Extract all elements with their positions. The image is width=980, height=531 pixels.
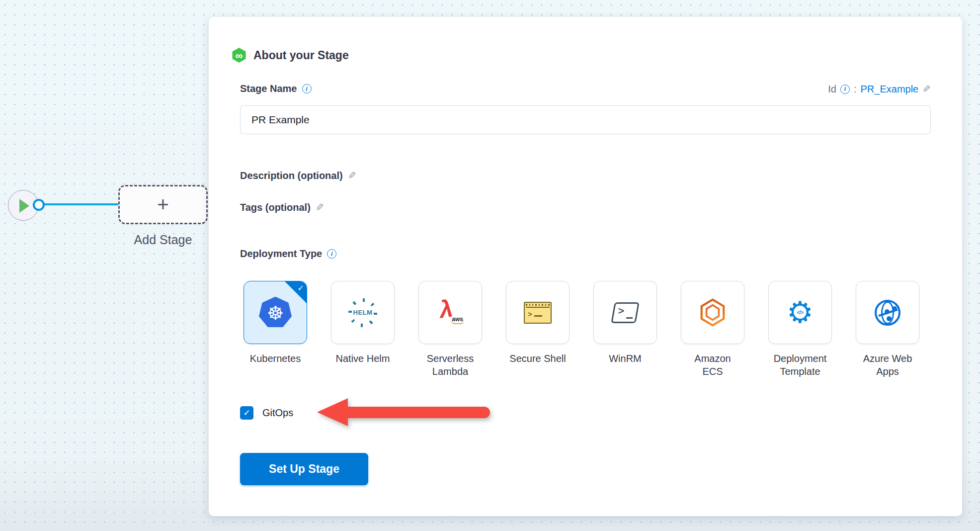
card-label: Azure Web Apps	[858, 352, 917, 378]
deployment-option-secure-shell: > Secure Shell	[494, 281, 581, 378]
powershell-icon: >	[611, 302, 639, 323]
id-separator: :	[854, 84, 857, 95]
deployment-option-serverless-lambda: λ aws Serverless Lambda	[407, 281, 494, 378]
panel-header: ∞ About your Stage	[232, 48, 349, 63]
info-icon[interactable]: i	[327, 249, 336, 259]
deployment-option-winrm: > WinRM	[581, 281, 669, 378]
deployment-card-secure-shell[interactable]: >	[506, 281, 570, 344]
stage-name-label: Stage Name	[240, 83, 297, 94]
connector-line	[39, 203, 119, 205]
gitops-row: ✓ GitOps	[240, 406, 293, 420]
stage-id-value[interactable]: PR_Example	[861, 84, 919, 95]
info-icon[interactable]: i	[840, 85, 850, 94]
card-label: Secure Shell	[508, 352, 568, 365]
arrow-shaft	[347, 407, 490, 418]
info-icon[interactable]: i	[302, 84, 312, 93]
card-label: Deployment Template	[770, 352, 830, 378]
globe-network-icon	[875, 300, 900, 326]
deployment-card-kubernetes[interactable]: ✓ ☸	[244, 281, 307, 344]
helm-icon: HELM	[348, 298, 377, 327]
deployment-card-deployment-template[interactable]: ⚙ </>	[768, 281, 832, 344]
edit-id-icon[interactable]: ✎	[922, 83, 931, 95]
gear-code-icon: ⚙ </>	[785, 297, 816, 328]
terminal-icon: >	[524, 302, 552, 324]
deployment-card-azure-web-apps[interactable]	[856, 281, 919, 344]
add-stage-button[interactable]: +	[118, 185, 208, 224]
check-icon: ✓	[298, 283, 304, 293]
deployment-card-amazon-ecs[interactable]	[681, 281, 744, 344]
aws-lambda-icon: λ aws	[435, 298, 465, 327]
deployment-option-native-helm: HELM Native Helm	[319, 281, 407, 378]
card-label: Amazon ECS	[683, 352, 742, 378]
deployment-option-azure-web-apps: Azure Web Apps	[844, 281, 931, 378]
deployment-type-label-row: Deployment Type i	[240, 248, 336, 260]
deployment-type-cards: ✓ ☸ Kubernetes HELM Native Helm λ aws	[232, 281, 931, 378]
stage-name-input[interactable]	[240, 105, 931, 134]
gitops-label: GitOps	[262, 407, 293, 419]
deployment-option-deployment-template: ⚙ </> Deployment Template	[756, 281, 844, 378]
set-up-stage-button[interactable]: Set Up Stage	[240, 453, 368, 485]
about-stage-panel: ∞ About your Stage Stage Name i Id i : P…	[209, 17, 962, 516]
connector-port[interactable]	[33, 199, 45, 211]
id-label: Id	[828, 84, 836, 95]
card-label: Native Helm	[333, 352, 393, 365]
edit-tags-icon[interactable]: ✎	[316, 201, 324, 213]
card-label: Kubernetes	[245, 352, 305, 365]
cd-infinity-icon: ∞	[232, 48, 246, 63]
description-label: Description (optional)	[240, 170, 343, 181]
deployment-card-native-helm[interactable]: HELM	[331, 281, 395, 344]
red-arrow-annotation	[317, 398, 490, 426]
plus-icon: +	[157, 193, 168, 216]
check-icon: ✓	[243, 408, 250, 418]
stage-name-label-row: Stage Name i	[240, 83, 312, 94]
add-stage-label: Add Stage	[118, 233, 208, 247]
ecs-hexagon-icon	[698, 298, 727, 328]
card-label: Serverless Lambda	[420, 352, 480, 378]
deployment-option-kubernetes: ✓ ☸ Kubernetes	[232, 281, 319, 378]
deployment-option-amazon-ecs: Amazon ECS	[669, 281, 756, 378]
stage-id-row: Id i : PR_Example ✎	[828, 83, 931, 95]
edit-description-icon[interactable]: ✎	[348, 170, 356, 181]
gitops-checkbox[interactable]: ✓	[240, 406, 253, 420]
deployment-card-winrm[interactable]: >	[593, 281, 657, 344]
page-title: About your Stage	[253, 49, 349, 62]
tags-label: Tags (optional)	[240, 202, 311, 213]
deployment-card-serverless-lambda[interactable]: λ aws	[418, 281, 482, 344]
play-icon	[19, 199, 29, 213]
description-row: Description (optional) ✎	[240, 170, 356, 181]
card-label: WinRM	[595, 352, 655, 365]
deployment-type-label: Deployment Type	[240, 248, 322, 260]
arrow-head	[317, 398, 348, 426]
tags-row: Tags (optional) ✎	[240, 201, 324, 213]
